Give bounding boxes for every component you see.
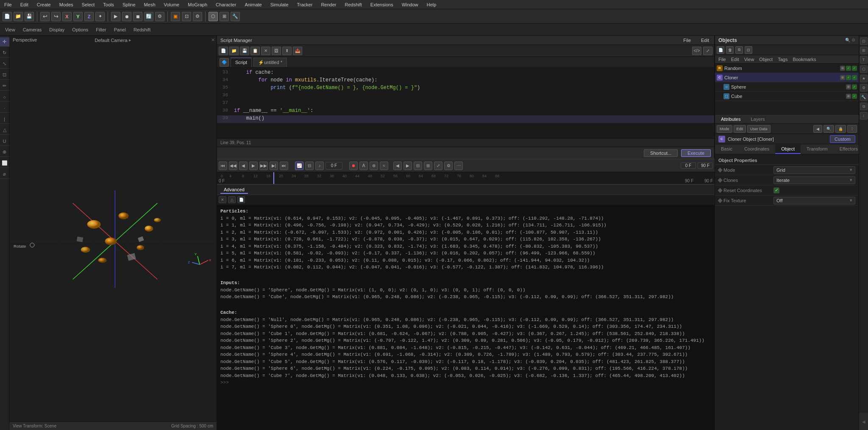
menu-edit[interactable]: Edit (19, 2, 30, 7)
menu-render[interactable]: Render (319, 2, 338, 7)
tl-motion-btn[interactable]: ≈ (380, 162, 388, 170)
snap-btn[interactable]: 🔧 (231, 12, 240, 21)
ri-icon-3[interactable]: T (860, 56, 868, 64)
cloner-badge-3[interactable]: ✓ (852, 75, 857, 80)
redo-btn[interactable]: ↪ (51, 12, 61, 21)
obj-item-random[interactable]: R Random ⊞ ✓ ✓ (715, 64, 859, 73)
menu-redshift[interactable]: Redshift (343, 2, 363, 7)
cube-badge-1[interactable]: ⊞ (846, 94, 851, 99)
tl-audio-btn[interactable]: ♪ (315, 162, 324, 170)
tl-prev-frame[interactable]: ◀ (239, 162, 248, 170)
attr-object-tab[interactable]: Object (775, 145, 801, 154)
attr-clones-value[interactable]: Iterate ▾ (773, 176, 855, 184)
tl-play[interactable]: ▶ (249, 162, 258, 170)
attr-back-btn[interactable]: ◀ (813, 125, 822, 133)
menu-select[interactable]: Select (80, 2, 97, 7)
obj-bookmarks-menu[interactable]: Bookmarks (793, 57, 816, 62)
new-file-btn[interactable]: 📄 (3, 12, 12, 21)
obj-duplicate-btn[interactable]: ⧉ (735, 46, 743, 54)
ri-icon-8[interactable]: ⧉ (860, 103, 868, 110)
execute-button[interactable]: Execute (681, 149, 711, 157)
tl-start-val[interactable]: 0 F (681, 162, 696, 169)
mode-move[interactable]: ✛ (0, 37, 9, 47)
script-new-btn[interactable]: 📄 (219, 47, 228, 55)
viewport-display-menu[interactable]: Display (47, 26, 67, 33)
obj-view-menu[interactable]: View (744, 57, 754, 62)
obj-item-sphere[interactable]: ○ Sphere ⊞ ✓ (715, 82, 859, 92)
script-html-btn[interactable]: </> (692, 47, 701, 55)
save-file-btn[interactable]: 💾 (25, 12, 34, 21)
undo-btn[interactable]: ↩ (40, 12, 50, 21)
tl-zoom-out[interactable]: ⊟ (414, 162, 422, 170)
script-saveas-btn[interactable]: 📋 (250, 47, 260, 55)
tl-current-frame[interactable]: 0 F (326, 162, 342, 170)
ri-icon-4[interactable]: ⬡ (860, 65, 868, 73)
tl-next-key[interactable]: ▶| (270, 162, 278, 170)
viewport-options-menu[interactable]: Options (70, 26, 91, 33)
cloner-badge-1[interactable]: ⊞ (840, 75, 845, 80)
obj-edit-menu[interactable]: Edit (731, 57, 739, 62)
script-icon-btn[interactable]: 🔷 (220, 58, 229, 67)
console-clear-btn[interactable]: ✕ (219, 196, 226, 203)
attr-custom-button[interactable]: Custom (830, 135, 855, 143)
loop-btn[interactable]: 🔄 (144, 12, 153, 21)
mode-scale[interactable]: ⤡ (0, 59, 9, 69)
mode-render[interactable]: ⬜ (0, 159, 9, 168)
sphere-badge-2[interactable]: ✓ (852, 84, 857, 89)
menu-tracker[interactable]: Tracker (295, 2, 314, 7)
ri-icon-6[interactable]: ⚙ (860, 84, 868, 92)
attr-mode-btn[interactable]: Mode (717, 125, 732, 133)
cube-badge-2[interactable]: ✓ (852, 94, 857, 99)
tl-auto-key[interactable]: A (359, 162, 368, 170)
attr-reset-checkbox[interactable]: ✓ (773, 187, 779, 193)
tl-settings[interactable]: ⚙ (444, 162, 453, 170)
obj-new-btn[interactable]: 📄 (717, 46, 724, 54)
script-export-btn[interactable]: ⬆ (282, 47, 292, 55)
viewport-view-menu[interactable]: View (3, 26, 18, 33)
viewport-filter-menu[interactable]: Filter (93, 26, 108, 33)
attr-mode-value[interactable]: Grid ▾ (773, 166, 855, 174)
viewport-panel-menu[interactable]: Panel (111, 26, 128, 33)
attr-menu-btn[interactable]: ⋮ (847, 125, 857, 133)
obj-tags-menu[interactable]: Tags (778, 57, 787, 62)
script-tab-script[interactable]: Script (231, 58, 252, 67)
mode-uv[interactable]: U (0, 137, 9, 146)
menu-animate[interactable]: Animate (243, 2, 263, 7)
menu-window[interactable]: Window (400, 2, 420, 7)
open-file-btn[interactable]: 📁 (14, 12, 23, 21)
menu-mesh[interactable]: Mesh (142, 2, 157, 7)
attr-fixtex-value[interactable]: Off ▾ (773, 197, 855, 204)
menu-tools[interactable]: Tools (101, 2, 116, 7)
timeline-ruler[interactable]: 0 4 8 12 16 20 24 28 32 36 40 44 48 52 (217, 172, 715, 184)
mode-point[interactable]: · (0, 103, 9, 113)
ri-icon-2[interactable]: ⊞ (860, 47, 868, 54)
attr-tab-attributes[interactable]: Attributes (718, 116, 743, 123)
script-save-btn[interactable]: 💾 (240, 47, 249, 55)
tl-end-val[interactable]: 90 F (698, 162, 713, 169)
console-tab-advanced[interactable]: Advanced (220, 186, 248, 194)
mode-face[interactable]: △ (0, 126, 9, 135)
render-settings-btn[interactable]: ⚙ (193, 12, 202, 21)
menu-simulate[interactable]: Simulate (269, 2, 290, 7)
viewport-cameras-menu[interactable]: Cameras (20, 26, 45, 33)
obj-object-menu[interactable]: Object (759, 57, 773, 62)
attr-transform-tab[interactable]: Transform (801, 145, 834, 154)
tl-prev-key[interactable]: ◀◀ (229, 162, 237, 170)
script-img-btn[interactable]: 🖼 (272, 47, 281, 55)
attr-lock-btn[interactable]: 🔒 (835, 125, 846, 133)
obj-group-btn[interactable]: ⊡ (745, 46, 752, 54)
tl-fit[interactable]: ⤢ (434, 162, 442, 170)
mode-select[interactable]: ⊡ (0, 70, 9, 80)
mode-snap[interactable]: ⊕ (0, 148, 9, 157)
ri-icon-5[interactable]: ★ (860, 75, 868, 82)
tl-record-btn[interactable]: ⏺ (349, 162, 358, 170)
tl-curves-btn[interactable]: 📈 (295, 162, 303, 170)
mode-rotate[interactable]: ↻ (0, 48, 9, 58)
shortcut-button[interactable]: Shortcut... (644, 149, 678, 157)
menu-help[interactable]: Help (425, 2, 438, 7)
obj-file-menu[interactable]: File (718, 57, 726, 62)
tl-next-track[interactable]: ▶ (403, 162, 412, 170)
console-output[interactable]: Particles: i = 0, ml = Matrix(v1: (0.614… (217, 204, 715, 430)
script-file-menu[interactable]: File (682, 38, 693, 43)
tl-next-frame[interactable]: ▶▶ (259, 162, 268, 170)
